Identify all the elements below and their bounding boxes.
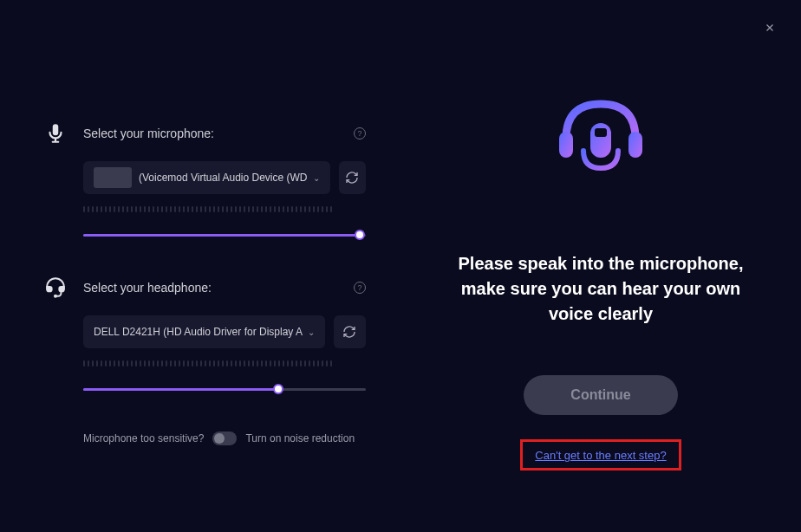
noise-reduction-row: Microphone too sensitive? Turn on noise … [83,431,366,445]
svg-rect-1 [559,132,573,158]
microphone-section: Select your microphone: ? (Voicemod Virt… [43,121,366,241]
microphone-icon [43,121,68,146]
headphone-select-row: DELL D2421H (HD Audio Driver for Display… [83,315,366,348]
chevron-down-icon: ⌄ [313,173,320,183]
settings-panel: Select your microphone: ? (Voicemod Virt… [0,0,400,532]
toggle-knob [214,433,225,444]
help-icon[interactable]: ? [354,282,366,294]
slider-thumb[interactable] [355,230,365,240]
headphone-label: Select your headphone: [83,281,354,295]
mic-select-row: (Voicemod Virtual Audio Device (WD ⌄ [83,161,366,194]
instruction-panel: Please speak into the microphone, make s… [400,0,801,532]
headset-mic-hero-icon [540,87,661,208]
device-thumbnail [94,167,132,188]
headphone-refresh-button[interactable] [334,315,366,348]
instruction-text: Please speak into the microphone, make s… [453,251,749,327]
headphone-selected-value: DELL D2421H (HD Audio Driver for Display… [94,326,303,338]
help-link-highlight: Can't get to the next step? [520,439,681,470]
cant-proceed-link[interactable]: Can't get to the next step? [535,449,666,462]
svg-point-0 [55,295,56,297]
mic-level-meter [83,206,366,213]
headphone-volume-slider[interactable] [83,383,366,395]
mic-header: Select your microphone: ? [43,121,366,146]
continue-button[interactable]: Continue [524,375,678,415]
mic-refresh-button[interactable] [339,161,366,194]
headset-icon [43,276,68,300]
chevron-down-icon: ⌄ [308,328,315,337]
slider-thumb[interactable] [273,384,283,394]
noise-question: Microphone too sensitive? [83,432,204,444]
mic-selected-value: (Voicemod Virtual Audio Device (WD [139,172,308,184]
headphone-select[interactable]: DELL D2421H (HD Audio Driver for Display… [83,315,325,348]
mic-volume-slider[interactable] [83,229,366,241]
svg-rect-2 [628,132,642,158]
noise-action: Turn on noise reduction [245,432,355,444]
mic-label: Select your microphone: [83,127,354,140]
noise-toggle[interactable] [212,431,237,445]
help-icon[interactable]: ? [354,127,366,139]
mic-select[interactable]: (Voicemod Virtual Audio Device (WD ⌄ [83,161,330,194]
close-button[interactable] [761,19,778,36]
headphone-header: Select your headphone: ? [43,276,366,300]
headphone-section: Select your headphone: ? DELL D2421H (HD… [43,276,366,395]
headphone-level-meter [83,360,366,367]
